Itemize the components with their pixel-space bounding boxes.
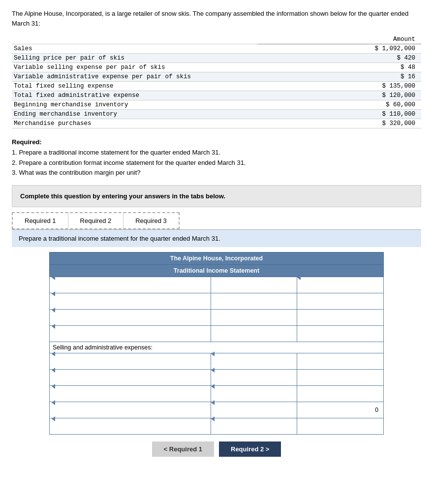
tab-req1[interactable]: Required 1 — [13, 213, 68, 228]
row6-right-input[interactable] — [297, 370, 383, 385]
arrow-icon — [211, 400, 215, 405]
row4-mid — [211, 326, 297, 342]
arrow-icon — [52, 400, 55, 405]
instruction-box: Complete this question by entering your … — [12, 185, 421, 207]
arrow-icon — [52, 308, 55, 313]
prev-button[interactable]: < Required 1 — [152, 441, 214, 457]
row7-right — [297, 386, 384, 402]
data-row-amount: $ 320,000 — [257, 119, 421, 128]
statement-title-1: The Alpine House, Incorporated — [50, 252, 384, 265]
row3-mid-input[interactable] — [211, 310, 297, 325]
row5-mid — [211, 353, 297, 370]
table-row: Merchandise purchases$ 320,000 — [12, 119, 421, 128]
arrow-icon — [211, 416, 215, 421]
row7-mid-input[interactable] — [211, 389, 297, 405]
data-row-label: Variable administrative expense per pair… — [12, 72, 257, 82]
data-row-label: Ending merchandise inventory — [12, 110, 257, 119]
row9-mid-input[interactable] — [211, 422, 297, 435]
row2-mid-input[interactable] — [211, 293, 297, 309]
arrow-icon — [297, 275, 301, 280]
row3-right-input[interactable] — [297, 310, 383, 325]
data-row-label: Beginning merchandise inventory — [12, 100, 257, 110]
amount-header: Amount — [257, 35, 421, 44]
zero-value: 0 — [375, 407, 380, 413]
data-row-label: Total fixed administrative expense — [12, 91, 257, 100]
row4-right-input[interactable] — [297, 326, 383, 342]
row1-mid — [211, 277, 297, 293]
tabs-container: Required 1Required 2Required 3 — [12, 212, 180, 229]
row8-mid-input[interactable] — [211, 406, 297, 421]
row5-label — [50, 353, 211, 370]
statement-title-2: Traditional Income Statement — [50, 265, 384, 277]
data-row-amount: $ 48 — [257, 63, 421, 72]
row2-right-input[interactable] — [297, 293, 383, 309]
data-row-amount: $ 110,000 — [257, 110, 421, 119]
row5-mid-input[interactable] — [211, 357, 297, 373]
arrow-icon — [52, 351, 55, 356]
data-row-label: Total fixed selling expense — [12, 82, 257, 91]
row2-right — [297, 293, 384, 310]
statement-title-row-1: The Alpine House, Incorporated — [50, 252, 384, 265]
row6-label-input[interactable] — [52, 373, 211, 389]
required-item-1: 1. Prepare a traditional income statemen… — [12, 148, 421, 158]
data-row-label: Variable selling expense per pair of ski… — [12, 63, 257, 72]
row1-mid-input[interactable] — [211, 277, 297, 293]
data-row-amount: $ 60,000 — [257, 100, 421, 110]
arrow-icon — [52, 291, 55, 296]
table-row: Beginning merchandise inventory$ 60,000 — [12, 100, 421, 110]
data-row-amount: $ 420 — [257, 54, 421, 63]
arrow-icon — [52, 384, 55, 389]
row7-label-input[interactable] — [52, 389, 211, 405]
data-row-label: Sales — [12, 44, 257, 54]
arrow-icon — [52, 368, 55, 373]
required-section: Required: 1. Prepare a traditional incom… — [12, 137, 421, 178]
row3-mid — [211, 310, 297, 326]
table-row: Variable selling expense per pair of ski… — [12, 63, 421, 72]
row2-mid — [211, 293, 297, 310]
tab-req3[interactable]: Required 3 — [124, 213, 179, 228]
statement-title-row-2: Traditional Income Statement — [50, 265, 384, 277]
row4-label-input[interactable] — [52, 329, 211, 345]
row1-right — [297, 277, 384, 293]
required-item-2: 2. Prepare a contribution format income … — [12, 158, 421, 168]
data-row-amount: $ 16 — [257, 72, 421, 82]
row6-mid-input[interactable] — [211, 373, 297, 389]
table-row: Selling price per pair of skis$ 420 — [12, 54, 421, 63]
tabs-wrapper: Required 1Required 2Required 3 — [12, 212, 421, 230]
data-table: Amount Sales$ 1,092,000Selling price per… — [12, 35, 421, 128]
row2-label-input[interactable] — [52, 297, 211, 313]
row9-right — [297, 418, 384, 435]
arrow-icon — [211, 384, 215, 389]
next-button[interactable]: Required 2 > — [219, 441, 281, 457]
row3-label-input[interactable] — [52, 313, 211, 329]
intro-text: The Alpine House, Incorporated, is a lar… — [12, 9, 421, 28]
table-row: Variable administrative expense per pair… — [12, 72, 421, 82]
data-row-label: Selling price per pair of skis — [12, 54, 257, 63]
income-statement-table: The Alpine House, Incorporated Tradition… — [49, 252, 384, 435]
tab-instruction: Prepare a traditional income statement f… — [19, 235, 220, 242]
table-row: Total fixed administrative expense$ 120,… — [12, 91, 421, 100]
data-row-amount: $ 120,000 — [257, 91, 421, 100]
data-row-label: Merchandise purchases — [12, 119, 257, 128]
row9-right-input[interactable] — [297, 418, 383, 434]
row8-right: 0 — [297, 402, 384, 418]
bottom-nav: < Required 1 Required 2 > — [12, 441, 421, 457]
row5-right-input[interactable] — [297, 353, 383, 369]
row8-label-input[interactable] — [52, 406, 211, 421]
table-row: Ending merchandise inventory$ 110,000 — [12, 110, 421, 119]
row5-right — [297, 353, 384, 370]
required-title: Required: — [12, 138, 42, 146]
arrow-icon — [52, 275, 55, 280]
row9-label-input[interactable] — [52, 422, 211, 435]
row5-label-input[interactable] — [52, 357, 211, 373]
tab-req2[interactable]: Required 2 — [68, 213, 124, 228]
table-row: Sales$ 1,092,000 — [12, 44, 421, 54]
row1-label-input[interactable] — [52, 281, 211, 296]
tab-content-area: Prepare a traditional income statement f… — [12, 230, 421, 247]
row7-right-input[interactable] — [297, 386, 383, 402]
table-row: Total fixed selling expense$ 135,000 — [12, 82, 421, 91]
arrow-icon — [52, 324, 55, 329]
row4-right — [297, 326, 384, 342]
row3-right — [297, 310, 384, 326]
row4-mid-input[interactable] — [211, 326, 297, 342]
